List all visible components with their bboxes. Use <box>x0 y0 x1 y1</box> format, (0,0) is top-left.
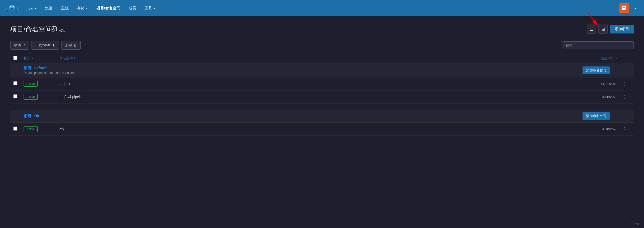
ns-checkbox-cell[interactable] <box>13 81 24 86</box>
ns-checkbox[interactable] <box>13 127 17 131</box>
project-desc-default: Default project created for the cluster <box>24 71 583 75</box>
ns-actions-cell-efk[interactable]: ⋮ <box>620 125 631 133</box>
search-input[interactable] <box>562 41 634 49</box>
move-button[interactable]: 移动 ⇄ <box>10 41 29 50</box>
move-label: 移动 <box>14 43 21 48</box>
download-yaml-button[interactable]: 下载YAML ⬇ <box>32 41 59 50</box>
list-view-icon: ☰ <box>589 27 593 32</box>
svg-rect-4 <box>6 10 8 12</box>
project-actions-efk: 添加命名空间 ⋮ <box>583 112 620 120</box>
svg-point-9 <box>11 8 13 9</box>
view-list-button[interactable]: ☰ <box>587 25 596 34</box>
ns-checkbox-cell[interactable] <box>13 94 24 99</box>
delete-label: 删除 <box>65 43 72 48</box>
storage-chevron-icon: ▼ <box>86 7 88 10</box>
project-menu-efk[interactable]: ⋮ <box>612 112 620 120</box>
add-ns-button-efk[interactable]: 添加命名空间 <box>583 112 610 120</box>
download-icon: ⬇ <box>52 43 55 47</box>
ns-name: p-qfpwl-pipeline <box>59 95 569 99</box>
svg-point-3 <box>14 5 17 9</box>
watermark: ©亿速云 <box>631 222 642 226</box>
ns-status-cell: Active <box>24 126 59 132</box>
trash-icon: 🗑 <box>74 43 77 47</box>
svg-rect-14 <box>623 9 626 9</box>
status-sort-icon: ⇅ <box>31 57 33 60</box>
project-info-efk: 项目: efk <box>24 114 583 119</box>
project-header-default: 项目: Default Default project created for … <box>10 63 634 77</box>
ns-checkbox[interactable] <box>13 81 17 85</box>
select-all-checkbox[interactable] <box>13 56 17 60</box>
namespace-sort-icon: ⇅ <box>74 57 76 60</box>
move-icon: ⇄ <box>22 43 25 47</box>
svg-point-10 <box>11 8 12 9</box>
logo-icon <box>4 3 19 13</box>
svg-point-7 <box>10 6 11 7</box>
navbar: jiuxi ▼ 集群 主机 存储 ▼ 项目/命名空间 成员 工具 ▼ ▼ <box>0 0 644 16</box>
nav-avatar-dropdown[interactable]: ▼ <box>631 5 640 11</box>
logo <box>4 3 19 13</box>
status-badge: Active <box>24 126 38 132</box>
user-avatar[interactable] <box>619 3 629 13</box>
project-info-default: 项目: Default Default project created for … <box>24 66 583 75</box>
project-menu-default[interactable]: ⋮ <box>612 66 620 74</box>
table-row: Active default 11/21/2019 ⋮ <box>10 77 634 90</box>
nav-cluster[interactable]: 集群 <box>42 4 56 12</box>
download-label: 下载YAML <box>35 43 51 48</box>
grid-view-icon: ⊞ <box>601 27 605 32</box>
project-group-default: 项目: Default Default project created for … <box>10 63 634 104</box>
col-header-namespace[interactable]: 命名空间 ⇅ <box>59 56 569 61</box>
view-grid-button[interactable]: ⊞ <box>598 25 608 34</box>
nav-tools[interactable]: 工具 ▼ <box>141 4 159 12</box>
project-group-efk: 项目: efk 添加命名空间 ⋮ Active efk 01/10/2020 <box>10 110 634 136</box>
table-row: Active p-qfpwl-pipeline 01/08/2020 ⋮ <box>10 90 634 104</box>
nav-user[interactable]: jiuxi ▼ <box>24 5 40 12</box>
tools-chevron-icon: ▼ <box>153 7 156 10</box>
status-badge: Active <box>24 81 38 87</box>
nav-members[interactable]: 成员 <box>126 4 139 12</box>
page-header: 项目/命名空间列表 ☰ ⊞ 添加项目 <box>10 25 634 34</box>
project-header-efk: 项目: efk 添加命名空间 ⋮ <box>10 110 634 123</box>
ns-date: 11/21/2019 <box>569 82 620 86</box>
ns-menu-pipeline[interactable]: ⋮ <box>620 93 629 101</box>
add-ns-button-default[interactable]: 添加命名空间 <box>583 66 610 74</box>
main-content: 项目/命名空间列表 ☰ ⊞ 添加项目 移动 ⇄ <box>0 16 644 228</box>
svg-rect-5 <box>15 10 17 12</box>
status-badge: Active <box>24 94 38 100</box>
table-container: 状态 ⇅ 命名空间 ⇅ 创建时间 ⇅ 项目: Default Default p… <box>10 54 634 136</box>
project-actions-default: 添加命名空间 ⋮ <box>583 66 620 74</box>
nav-project-ns[interactable]: 项目/命名空间 <box>93 4 123 12</box>
ns-menu-efk[interactable]: ⋮ <box>620 125 629 133</box>
svg-point-11 <box>12 8 13 9</box>
ns-menu-default[interactable]: ⋮ <box>620 80 629 88</box>
ns-status-cell: Active <box>24 81 59 87</box>
svg-rect-13 <box>623 7 625 8</box>
table-row: Active efk 01/10/2020 ⋮ <box>10 123 634 136</box>
toolbar: 移动 ⇄ 下载YAML ⬇ 删除 🗑 <box>10 41 634 50</box>
ns-status-cell: Active <box>24 94 59 100</box>
avatar-chevron-icon: ▼ <box>634 7 637 10</box>
ns-actions-cell[interactable]: ⋮ <box>620 93 631 101</box>
table-header: 状态 ⇅ 命名空间 ⇅ 创建时间 ⇅ <box>10 54 634 63</box>
page-title: 项目/命名空间列表 <box>10 25 65 34</box>
ns-name: efk <box>59 127 569 131</box>
nav-storage[interactable]: 存储 ▼ <box>74 4 91 12</box>
delete-button[interactable]: 删除 🗑 <box>61 41 81 50</box>
col-header-status[interactable]: 状态 ⇅ <box>24 56 59 61</box>
project-name-efk: 项目: efk <box>24 114 583 119</box>
add-project-button[interactable]: 添加项目 <box>610 25 634 33</box>
header-actions: ☰ ⊞ 添加项目 <box>587 25 634 34</box>
ns-checkbox-cell[interactable] <box>13 127 24 132</box>
ns-checkbox[interactable] <box>13 94 17 98</box>
user-chevron-icon: ▼ <box>34 7 37 10</box>
svg-point-8 <box>13 6 14 7</box>
ns-name: default <box>59 82 569 86</box>
svg-point-2 <box>6 5 9 9</box>
ns-date: 01/08/2020 <box>569 95 620 99</box>
ns-actions-cell[interactable]: ⋮ <box>620 80 631 88</box>
avatar-icon <box>621 5 627 11</box>
ns-date: 01/10/2020 <box>569 127 620 131</box>
col-header-created[interactable]: 创建时间 ⇅ <box>569 56 620 61</box>
nav-host[interactable]: 主机 <box>58 4 72 12</box>
header-checkbox-cell[interactable] <box>13 56 24 61</box>
navbar-right: ▼ <box>619 3 640 13</box>
